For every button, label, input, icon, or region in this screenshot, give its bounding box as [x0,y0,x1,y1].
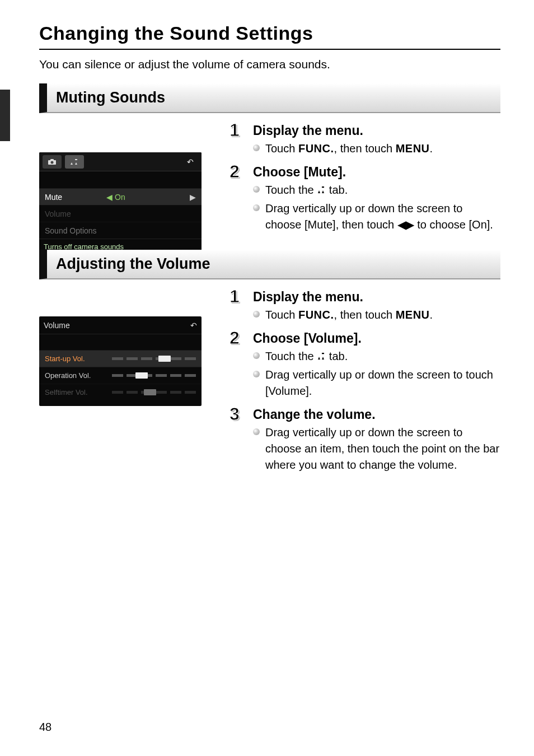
step-bullet: Drag vertically up or down the screen to… [253,424,500,473]
section-heading-muting-label: Muting Sounds [56,89,165,106]
back-icon[interactable]: ↶ [182,156,198,168]
step-title: Change the volume. [253,407,500,422]
volume-bar-operation[interactable] [112,374,196,377]
section-heading-volume: Adjusting the Volume [39,250,500,279]
screenshot-mute-menu: ↶ Mute ◀On ▶ Volume Sound Options Turns … [39,152,202,253]
step-volume-2: 2 2 Choose [Volume]. Touch the tab. Drag… [229,331,500,399]
step-title: Choose [Volume]. [253,331,500,346]
tab-camera[interactable] [43,155,62,169]
tools-tab-icon [317,182,326,198]
row-startup-vol[interactable]: Start-up Vol. [39,350,202,367]
page-title: Changing the Sound Settings [39,22,500,50]
row-sound-options-label: Sound Options [45,226,134,235]
row-selftimer-vol[interactable]: Selftimer Vol. [39,384,202,400]
side-index-tab [0,90,10,141]
row-selftimer-vol-label: Selftimer Vol. [45,388,106,396]
row-mute-label: Mute [45,193,106,202]
step-title: Choose [Mute]. [253,165,500,180]
row-startup-vol-label: Start-up Vol. [45,354,106,363]
step-bullet: Drag vertically up or down the screen to… [253,367,500,399]
row-operation-vol-label: Operation Vol. [45,371,106,380]
volume-bar-selftimer[interactable] [112,391,196,394]
svg-rect-1 [50,159,54,161]
row-volume[interactable]: Volume [39,205,202,222]
row-mute-chevron-right[interactable]: ▶ [190,193,196,202]
step-title: Display the menu. [253,123,500,138]
section-heading-volume-label: Adjusting the Volume [56,255,210,272]
tools-tab-icon [317,348,326,365]
row-mute-value[interactable]: ◀On [106,193,125,202]
row-mute[interactable]: Mute ◀On ▶ [39,188,202,205]
volume-bar-startup[interactable] [112,357,196,360]
step-bullet: Touch FUNC., then touch MENU. [253,141,500,157]
step-volume-1: 1 1 Display the menu. Touch FUNC., then … [229,290,500,323]
page-corner-decoration [467,0,534,45]
step-muting-1: 1 1 Display the menu. Touch FUNC., then … [229,123,500,157]
step-muting-2: 2 2 Choose [Mute]. Touch the tab. Drag v… [229,165,500,233]
back-icon[interactable]: ↶ [190,321,197,330]
step-bullet: Drag vertically up or down the screen to… [253,200,500,233]
tab-tools[interactable] [65,155,84,169]
row-operation-vol[interactable]: Operation Vol. [39,367,202,384]
svg-point-2 [51,161,54,164]
row-sound-options[interactable]: Sound Options [39,222,202,239]
volume-screen-title: Volume [44,321,70,330]
screenshot-volume-menu: Volume ↶ Start-up Vol. Operation Vol. Se… [39,316,202,406]
row-volume-label: Volume [45,209,106,218]
page-intro-text: You can silence or adjust the volume of … [39,58,500,71]
step-volume-3: 3 3 Change the volume. Drag vertically u… [229,407,500,473]
step-bullet: Touch FUNC., then touch MENU. [253,307,500,323]
step-bullet: Touch the tab. [253,348,500,365]
page-number: 48 [39,721,51,734]
step-bullet: Touch the tab. [253,182,500,198]
section-heading-muting: Muting Sounds [39,83,500,113]
step-title: Display the menu. [253,290,500,305]
